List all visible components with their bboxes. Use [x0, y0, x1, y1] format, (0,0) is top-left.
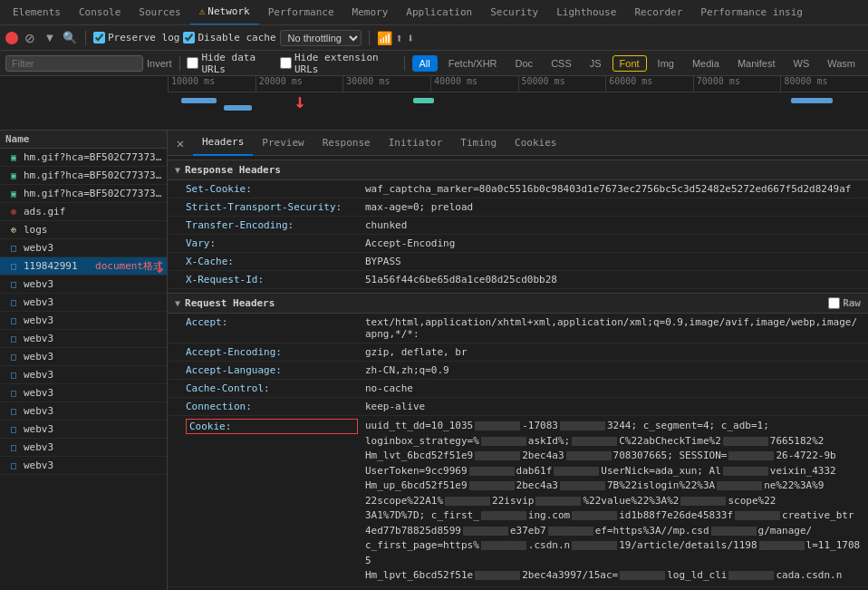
filter-doc-button[interactable]: Doc [508, 55, 541, 72]
header-value: gzip, deflate, br [365, 346, 468, 358]
tab-memory[interactable]: Memory [343, 0, 398, 25]
image-icon: ▣ [7, 188, 20, 200]
record-button[interactable] [5, 32, 18, 44]
request-row[interactable]: ▣ hm.gif?hca=BF502C773731... [0, 149, 167, 167]
header-name: Accept-Language: [186, 364, 358, 376]
filter-divider-1 [179, 56, 180, 71]
request-row-webv3-1[interactable]: □ webv3 [0, 239, 167, 257]
doc-icon: □ [7, 405, 20, 418]
request-row[interactable]: ▣ hm.gif?hca=BF502C773731... [0, 185, 167, 203]
detail-tab-response[interactable]: Response [313, 131, 380, 156]
tab-security[interactable]: Security [481, 0, 547, 25]
tab-application[interactable]: Application [397, 0, 481, 25]
tick-7: 70000 ms [693, 76, 781, 92]
preserve-log-checkbox[interactable] [93, 32, 105, 44]
search-input[interactable] [5, 55, 143, 72]
request-name: webv3 [24, 405, 163, 417]
filter-toggle-button[interactable]: ▼ [42, 30, 58, 46]
request-name: 119842991 [24, 260, 93, 272]
request-name: webv3 [24, 351, 163, 363]
disable-cache-checkbox[interactable] [183, 32, 195, 44]
close-button[interactable]: ✕ [171, 134, 189, 152]
upload-icon[interactable]: ⬆ [396, 31, 403, 45]
header-name: Strict-Transport-Security: [186, 201, 358, 213]
filter-wasm-button[interactable]: Wasm [820, 55, 863, 72]
header-name: Accept-Encoding: [186, 346, 358, 358]
filter-manifest-button[interactable]: Manifest [730, 55, 783, 72]
doc-icon: □ [7, 459, 20, 472]
detail-tab-cookies[interactable]: Cookies [506, 131, 565, 156]
hide-data-urls-label[interactable]: Hide data URLs [187, 52, 276, 75]
request-row-webv3-12[interactable]: □ webv3 [0, 457, 167, 475]
header-name: Transfer-Encoding: [186, 219, 358, 231]
filter-all-button[interactable]: All [412, 55, 438, 72]
tab-network[interactable]: ⚠ Network [190, 0, 259, 25]
tab-recorder[interactable]: Recorder [625, 0, 691, 25]
request-name: ads.gif [24, 206, 163, 218]
doc-icon: □ [7, 260, 20, 273]
filter-img-button[interactable]: Img [651, 55, 681, 72]
filter-css-button[interactable]: CSS [544, 55, 579, 72]
timeline-bar-4 [791, 98, 833, 103]
request-row-webv3-6[interactable]: □ webv3 [0, 348, 167, 366]
response-headers-section[interactable]: ▼ Response Headers [168, 160, 868, 180]
error-icon: ⊗ [7, 206, 20, 218]
request-row-119842991[interactable]: □ 119842991 document格式 ↓ [0, 257, 167, 276]
request-row[interactable]: ▣ hm.gif?hca=BF502C773731... [0, 167, 167, 185]
doc-icon: □ [7, 242, 20, 255]
page-icon: ⊕ [7, 224, 20, 237]
detail-tab-timing[interactable]: Timing [451, 131, 506, 156]
request-name: webv3 [24, 296, 163, 308]
disable-cache-label[interactable]: Disable cache [183, 32, 275, 44]
hide-extension-urls-label[interactable]: Hide extension URLs [280, 52, 397, 75]
hide-extension-urls-checkbox[interactable] [280, 57, 292, 69]
request-name: hm.gif?hca=BF502C773731... [24, 169, 163, 181]
request-row-logs[interactable]: ⊕ logs [0, 221, 167, 239]
filter-media-button[interactable]: Media [685, 55, 727, 72]
download-icon[interactable]: ⬇ [407, 31, 414, 45]
detail-tab-preview[interactable]: Preview [253, 131, 313, 156]
header-value: BYPASS [365, 256, 401, 267]
filter-ws-button[interactable]: WS [786, 55, 817, 72]
tab-performance[interactable]: Performance [259, 0, 343, 25]
down-arrow-icon: ↓ [154, 257, 165, 276]
toolbar-divider-1 [85, 31, 86, 45]
filter-js-button[interactable]: JS [583, 55, 609, 72]
request-row-webv3-2[interactable]: □ webv3 [0, 276, 167, 294]
header-row-accept-encoding: Accept-Encoding: gzip, deflate, br [168, 343, 868, 362]
search-button[interactable]: 🔍 [62, 30, 78, 46]
raw-label[interactable]: Raw [828, 297, 861, 309]
request-row-webv3-10[interactable]: □ webv3 [0, 421, 167, 439]
tab-perf-insights[interactable]: Performance insig [691, 0, 812, 25]
request-row-webv3-9[interactable]: □ webv3 [0, 402, 167, 421]
timeline-bars: ↓ [168, 94, 868, 129]
request-name: webv3 [24, 441, 163, 453]
request-row-webv3-4[interactable]: □ webv3 [0, 312, 167, 330]
invert-button[interactable]: Invert [147, 58, 172, 69]
request-name: webv3 [24, 333, 163, 344]
detail-tab-initiator[interactable]: Initiator [380, 131, 452, 156]
tab-sources[interactable]: Sources [130, 0, 189, 25]
request-row-webv3-3[interactable]: □ webv3 [0, 294, 167, 312]
tab-lighthouse[interactable]: Lighthouse [547, 0, 625, 25]
request-headers-section[interactable]: ▼ Request Headers Raw [168, 293, 868, 314]
raw-checkbox[interactable] [828, 297, 840, 309]
detail-tab-headers[interactable]: Headers [193, 131, 253, 156]
filter-font-button[interactable]: Font [612, 55, 647, 72]
request-row-webv3-11[interactable]: □ webv3 [0, 439, 167, 457]
request-row-ads[interactable]: ⊗ ads.gif [0, 203, 167, 221]
preserve-log-label[interactable]: Preserve log [93, 32, 179, 44]
request-row-webv3-7[interactable]: □ webv3 [0, 366, 167, 384]
tab-console[interactable]: Console [70, 0, 130, 25]
detail-panel: ✕ Headers Preview Response Initiator Tim… [168, 131, 868, 590]
clear-button[interactable]: ⊘ [22, 30, 38, 46]
tab-elements[interactable]: Elements [4, 0, 70, 25]
throttle-select[interactable]: No throttling [280, 30, 362, 46]
wifi-icon: 📶 [377, 31, 392, 45]
header-value: text/html,application/xhtml+xml,applicat… [365, 316, 861, 340]
headers-content: ▼ Response Headers Set-Cookie: waf_captc… [168, 156, 868, 590]
request-row-webv3-8[interactable]: □ webv3 [0, 384, 167, 402]
filter-fetch-xhr-button[interactable]: Fetch/XHR [441, 55, 505, 72]
hide-data-urls-checkbox[interactable] [187, 57, 198, 69]
request-row-webv3-5[interactable]: □ webv3 [0, 330, 167, 348]
